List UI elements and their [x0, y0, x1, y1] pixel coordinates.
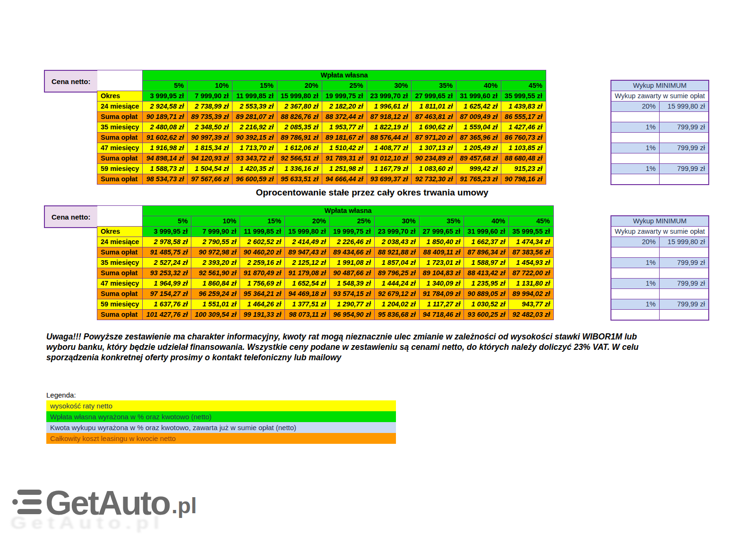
- table-row: Okres3 999,95 zł7 999,90 zł11 999,85 zł1…: [97, 227, 554, 237]
- percent-header: 35%: [412, 81, 456, 91]
- table-row: [611, 174, 709, 185]
- table-row: 1%799,99 zł: [611, 164, 709, 174]
- rata-cell: 999,42 zł: [456, 164, 501, 174]
- rata-cell: 1 953,77 zł: [322, 122, 367, 133]
- suma-oplat-cell: 91 485,75 zł: [143, 247, 191, 258]
- rata-cell: 1 551,01 zł: [191, 299, 240, 310]
- suma-oplat-cell: 89 735,39 zł: [188, 112, 232, 122]
- table-row: 20%15 999,80 zł: [611, 237, 709, 247]
- table-row: 1%799,99 zł: [611, 299, 709, 310]
- table-row: Suma opłat93 253,32 zł92 561,90 zł91 870…: [97, 268, 554, 279]
- suma-oplat-cell: 94 469,18 zł: [285, 289, 330, 299]
- rata-cell: 1 850,40 zł: [419, 237, 464, 247]
- suma-oplat-cell: 99 191,33 zł: [240, 310, 285, 320]
- suma-oplat-cell: 87 365,96 zł: [456, 133, 501, 143]
- rata-cell: 1 662,37 zł: [464, 237, 509, 247]
- suma-oplat-cell: 87 896,34 zł: [464, 247, 509, 258]
- table-row: [611, 133, 709, 143]
- suma-oplat-cell: 88 680,48 zł: [501, 153, 546, 164]
- suma-oplat-cell: 88 372,44 zł: [322, 112, 367, 122]
- wplata-amount-cell: 27 999,65 zł: [419, 227, 464, 237]
- list-bars-icon: [12, 487, 42, 517]
- rata-cell: 1 103,85 zł: [501, 143, 546, 153]
- wplata-amount-cell: 19 999,75 zł: [329, 227, 374, 237]
- suma-oplat-cell: 95 836,68 zł: [374, 310, 419, 320]
- row-label: Suma opłat: [97, 310, 143, 320]
- suma-oplat-cell: 91 870,49 zł: [240, 268, 285, 279]
- rata-cell: 1 131,80 zł: [509, 279, 554, 289]
- table-row: Suma opłat101 427,76 zł100 309,54 zł99 1…: [97, 310, 554, 320]
- rata-cell: 1 857,04 zł: [374, 258, 419, 268]
- rata-cell: 1 588,97 zł: [464, 258, 509, 268]
- rata-cell: 2 367,80 zł: [277, 102, 322, 112]
- spacer-cell: [97, 70, 143, 81]
- wykup-percent-cell: [611, 268, 659, 279]
- suma-oplat-cell: 90 392,15 zł: [232, 133, 277, 143]
- row-label: Suma opłat: [97, 268, 143, 279]
- wykup-amount-cell: [659, 174, 709, 185]
- wykup-percent-cell: 1%: [611, 164, 659, 174]
- rata-cell: 1 290,77 zł: [329, 299, 374, 310]
- wykup-percent-cell: [611, 310, 659, 321]
- rata-cell: 2 259,16 zł: [240, 258, 285, 268]
- rata-cell: 2 216,92 zł: [232, 122, 277, 133]
- wykup-amount-cell: [659, 133, 709, 143]
- suma-oplat-cell: 88 409,11 zł: [419, 247, 464, 258]
- rata-cell: 1 464,26 zł: [240, 299, 285, 310]
- table-row: Wpłata własna: [97, 206, 554, 216]
- rata-cell: 2 038,43 zł: [374, 237, 419, 247]
- rata-cell: 2 125,12 zł: [285, 258, 330, 268]
- rata-cell: 1 504,54 zł: [188, 164, 232, 174]
- payments-table: Wpłata własna5%10%15%20%25%30%35%40%45%O…: [97, 205, 554, 320]
- wykup-percent-cell: [611, 174, 659, 185]
- percent-header: 45%: [501, 81, 546, 91]
- suma-oplat-cell: 91 784,09 zł: [419, 289, 464, 299]
- suma-oplat-cell: 91 765,23 zł: [456, 174, 501, 185]
- wykup-amount-cell: [659, 247, 709, 258]
- suma-oplat-cell: 89 457,68 zł: [456, 153, 501, 164]
- suma-oplat-cell: 97 154,27 zł: [143, 289, 191, 299]
- wykup-percent-cell: 1%: [611, 122, 659, 133]
- wplata-wlasna-header: Wpłata własna: [143, 70, 546, 81]
- suma-oplat-cell: 90 889,05 zł: [464, 289, 509, 299]
- wplata-amount-cell: 3 999,95 zł: [143, 227, 191, 237]
- rata-cell: 1 408,77 zł: [367, 143, 412, 153]
- percent-header: 10%: [191, 216, 240, 227]
- rata-cell: 1 167,79 zł: [367, 164, 412, 174]
- wykup-percent-cell: [611, 153, 659, 164]
- suma-oplat-cell: 90 189,71 zł: [143, 112, 188, 122]
- rata-cell: 1 510,42 zł: [322, 143, 367, 153]
- rata-cell: 2 414,49 zł: [285, 237, 330, 247]
- wykup-percent-cell: 1%: [611, 279, 659, 289]
- rata-cell: 1 652,54 zł: [285, 279, 330, 289]
- rata-cell: 2 978,58 zł: [143, 237, 191, 247]
- rata-cell: 1 559,04 zł: [456, 122, 501, 133]
- rata-cell: 1 204,02 zł: [374, 299, 419, 310]
- table-row: Suma opłat91 602,62 zł90 997,39 zł90 392…: [97, 133, 546, 143]
- table-row: 1%799,99 zł: [611, 279, 709, 289]
- legend-item: Całkowity koszt leasingu w kwocie netto: [46, 433, 396, 444]
- wykup-minimum-header: Wykup MINIMUM: [611, 216, 709, 227]
- percent-header: 35%: [419, 216, 464, 227]
- table-row: [611, 289, 709, 299]
- percent-header: 15%: [240, 216, 285, 227]
- suma-oplat-cell: 96 259,24 zł: [191, 289, 240, 299]
- rata-cell: 1 377,51 zł: [285, 299, 330, 310]
- okres-label: Okres: [97, 227, 143, 237]
- table-row: Suma opłat91 485,75 zł90 972,98 zł90 460…: [97, 247, 554, 258]
- wykup-percent-cell: 20%: [611, 237, 659, 247]
- rata-cell: 2 393,20 zł: [191, 258, 240, 268]
- note-line: sporządzenia konkretnej oferty prosimy o…: [46, 352, 701, 363]
- wykup-minimum-table: Wykup MINIMUMWykup zawarty w sumie opłat…: [610, 80, 709, 185]
- wykup-amount-cell: [659, 112, 709, 122]
- rata-cell: 1 205,49 zł: [456, 143, 501, 153]
- rata-cell: 1 588,73 zł: [143, 164, 188, 174]
- table-row: 59 miesięcy1 637,76 zł1 551,01 zł1 464,2…: [97, 299, 554, 310]
- spacer-cell: [97, 81, 143, 91]
- section-title: Oprocentowanie stałe przez cały okres tr…: [0, 187, 744, 198]
- suma-oplat-cell: 89 104,83 zł: [419, 268, 464, 279]
- suma-oplat-cell: 91 012,10 zł: [367, 153, 412, 164]
- table-row: 35 miesięcy2 527,24 zł2 393,20 zł2 259,1…: [97, 258, 554, 268]
- suma-oplat-cell: 89 786,91 zł: [277, 133, 322, 143]
- table-row: [611, 310, 709, 321]
